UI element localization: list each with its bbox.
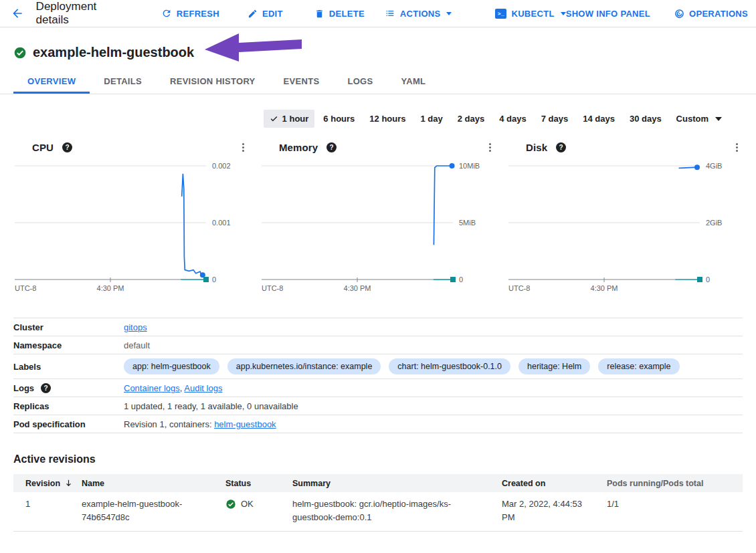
help-icon[interactable]: ? — [556, 142, 566, 152]
svg-text:2GiB: 2GiB — [706, 219, 722, 227]
kebab-menu-icon[interactable] — [484, 141, 496, 153]
resource-header: example-helm-guestbook — [13, 45, 756, 60]
list-icon — [385, 8, 395, 19]
chart-title: CPU — [32, 142, 54, 153]
column-header-pods: Pods running/Pods total — [607, 479, 743, 488]
help-icon[interactable]: ? — [62, 142, 72, 152]
replicas-value: 1 updated, 1 ready, 1 available, 0 unava… — [124, 401, 298, 411]
time-option-14-days[interactable]: 14 days — [577, 110, 621, 128]
svg-text:UTC-8: UTC-8 — [15, 284, 36, 292]
svg-text:4GiB: 4GiB — [706, 162, 722, 170]
kubectl-menu-button[interactable]: >_ KUBECTL — [495, 9, 565, 19]
detail-row-logs: Logs ? Container logs, Audit logs — [13, 378, 743, 397]
memory-chart: 10MiB5MiB0UTC-84:30 PM — [260, 158, 496, 295]
disk-chart: 4GiB2GiB0UTC-84:30 PM — [507, 158, 743, 295]
cluster-link[interactable]: gitops — [124, 322, 147, 332]
column-header-summary: Summary — [292, 479, 502, 488]
cpu-chart-panel: CPU ? 0.0020.0010UTC-84:30 PM — [13, 136, 249, 295]
time-option-12-hours[interactable]: 12 hours — [363, 110, 411, 128]
time-option-1-hour[interactable]: 1 hour — [264, 110, 315, 128]
toolbar: Deployment details REFRESH EDIT ACTIONS … — [0, 0, 756, 27]
time-option-6-hours[interactable]: 6 hours — [317, 110, 361, 128]
svg-text:0: 0 — [459, 275, 463, 284]
revision-cell: 1 — [13, 497, 82, 524]
deployment-details-list: Cluster gitops Namespace default Labels … — [13, 318, 743, 433]
status-ok-icon — [13, 46, 27, 60]
operations-icon — [674, 9, 684, 19]
detail-row-cluster: Cluster gitops — [13, 318, 743, 336]
time-option-1-day[interactable]: 1 day — [415, 110, 449, 128]
refresh-icon — [161, 8, 172, 19]
help-icon[interactable]: ? — [326, 142, 337, 152]
namespace-value: default — [124, 340, 150, 350]
chevron-down-icon — [561, 12, 566, 15]
terminal-icon: >_ — [495, 9, 506, 19]
container-logs-link[interactable]: Container logs — [124, 383, 180, 393]
svg-text:5MiB: 5MiB — [459, 219, 476, 227]
label-chip: app.kubernetes.io/instance: example — [227, 358, 381, 374]
time-option-2-days[interactable]: 2 days — [452, 110, 490, 128]
time-option-4-days[interactable]: 4 days — [493, 110, 532, 128]
tab-yaml[interactable]: YAML — [387, 70, 440, 94]
check-icon — [270, 114, 278, 123]
tab-bar: OVERVIEW DETAILS REVISION HISTORY EVENTS… — [0, 70, 756, 94]
delete-button[interactable]: ACTIONS DELETE — [314, 9, 365, 19]
label-chip: heritage: Helm — [518, 358, 590, 374]
svg-text:0: 0 — [212, 275, 216, 284]
pod-spec-prefix: Revision 1, containers: — [124, 419, 214, 429]
trash-icon — [314, 9, 324, 19]
show-info-panel-button[interactable]: SHOW INFO PANEL — [566, 9, 650, 19]
tab-events[interactable]: EVENTS — [270, 70, 334, 94]
audit-logs-link[interactable]: Audit logs — [184, 383, 222, 393]
svg-text:0: 0 — [706, 275, 710, 284]
summary-cell: helm-guestbook: gcr.io/heptio-images/ks-… — [292, 497, 502, 524]
svg-text:0.001: 0.001 — [212, 219, 231, 227]
time-option-custom[interactable]: Custom — [670, 110, 728, 128]
active-revisions-table: Revision Name Status Summary Created on … — [13, 474, 743, 532]
pods-cell: 1/1 — [607, 497, 743, 524]
svg-text:0.002: 0.002 — [212, 162, 231, 170]
detail-row-labels: Labels app: helm-guestbook app.kubernete… — [13, 354, 743, 378]
label-chip: release: example — [598, 358, 679, 374]
column-header-created-on: Created on — [502, 479, 607, 488]
metrics-charts: CPU ? 0.0020.0010UTC-84:30 PM Memory ? 1… — [0, 136, 756, 295]
tab-overview[interactable]: OVERVIEW — [13, 70, 90, 94]
table-row: 1 example-helm-guestbook-74b6547d8c OK h… — [13, 492, 743, 532]
svg-text:UTC-8: UTC-8 — [508, 284, 530, 292]
detail-row-namespace: Namespace default — [13, 336, 743, 354]
label-chip: app: helm-guestbook — [124, 358, 219, 374]
page-title: Deployment details — [36, 0, 119, 27]
tab-logs[interactable]: LOGS — [333, 70, 387, 94]
svg-text:UTC-8: UTC-8 — [262, 284, 283, 292]
name-cell: example-helm-guestbook-74b6547d8c — [82, 497, 225, 524]
chevron-down-icon — [715, 117, 722, 121]
time-option-7-days[interactable]: 7 days — [535, 110, 574, 128]
edit-button[interactable]: EDIT — [248, 9, 283, 19]
time-option-30-days[interactable]: 30 days — [624, 110, 668, 128]
kebab-menu-icon[interactable] — [731, 141, 743, 153]
operations-button[interactable]: OPERATIONS — [674, 9, 748, 19]
memory-chart-panel: Memory ? 10MiB5MiB0UTC-84:30 PM — [260, 136, 496, 295]
help-icon[interactable]: ? — [41, 383, 51, 393]
column-header-revision[interactable]: Revision — [13, 479, 82, 488]
svg-text:10MiB: 10MiB — [459, 162, 480, 170]
detail-row-pod-specification: Pod specification Revision 1, containers… — [13, 415, 743, 433]
annotation-arrow — [203, 30, 303, 64]
container-link[interactable]: helm-guestbook — [214, 419, 276, 429]
refresh-button[interactable]: REFRESH — [161, 8, 219, 19]
svg-text:4:30 PM: 4:30 PM — [591, 284, 618, 292]
column-header-status: Status — [225, 479, 292, 488]
status-cell: OK — [225, 497, 292, 511]
back-arrow-icon[interactable] — [11, 5, 25, 21]
status-ok-icon — [225, 499, 236, 510]
tab-revision-history[interactable]: REVISION HISTORY — [156, 70, 270, 94]
resource-title: example-helm-guestbook — [33, 45, 194, 60]
kebab-menu-icon[interactable] — [237, 141, 249, 153]
label-chips: app: helm-guestbook app.kubernetes.io/in… — [124, 358, 680, 374]
actions-menu-button[interactable]: ACTIONS — [385, 8, 452, 19]
tab-details[interactable]: DETAILS — [90, 70, 156, 94]
sort-descending-icon — [64, 479, 73, 487]
svg-text:4:30 PM: 4:30 PM — [344, 284, 371, 292]
created-on-cell: Mar 2, 2022, 4:44:53 PM — [502, 497, 607, 524]
label-chip: chart: helm-guestbook-0.1.0 — [389, 358, 510, 374]
